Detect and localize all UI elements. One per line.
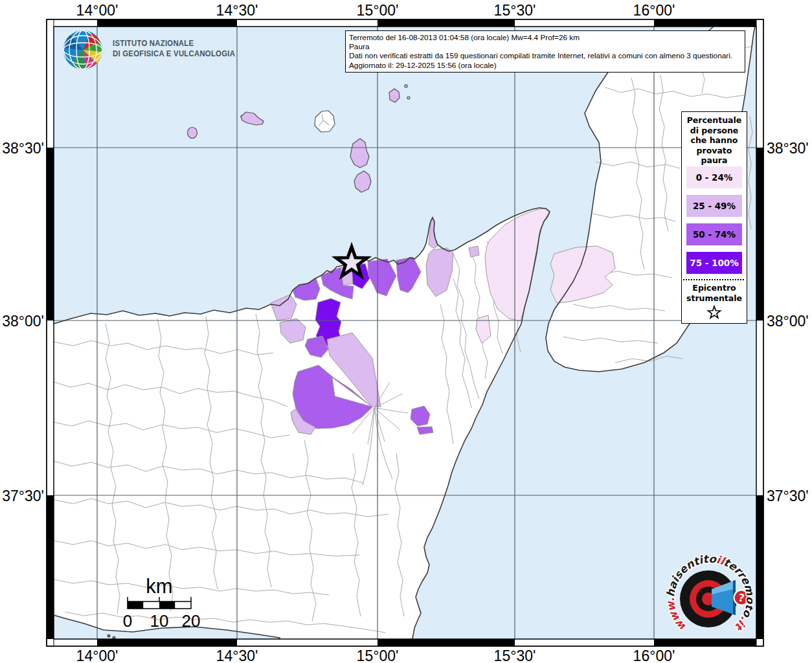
ingv-line2: DI GEOFISICA E VULCANOLOGIA [113, 49, 235, 59]
axis-bottom-14-30: 14°30' [198, 647, 276, 663]
scale-bar-unit: km [146, 575, 172, 598]
axis-right-38-30: 38°30' [767, 140, 812, 157]
svg-text:25 - 49%: 25 - 49% [693, 201, 736, 211]
legend-swatch-50-74: 50 - 74% [686, 223, 742, 245]
svg-text:0 - 24%: 0 - 24% [696, 172, 733, 183]
axis-right-37-30: 37°30' [767, 488, 812, 505]
legend-separator [683, 279, 744, 280]
axis-left-38-00: 38°00' [0, 313, 44, 330]
axis-top-15-30: 15°30' [476, 2, 554, 19]
axis-top-16-00: 16°00' [615, 2, 693, 19]
legend-swatch-0-24: 0 - 24% [686, 166, 742, 188]
legend-swatch-75-100: 75 - 100% [686, 252, 742, 274]
event-title: Terremoto del 16-08-2013 01:04:58 (ora l… [349, 33, 745, 42]
site-logo-graphic: ? www.haisentitoilterremoto.it [664, 553, 752, 641]
event-effect: Paura [349, 42, 745, 51]
scale-tick-10: 10 [150, 611, 169, 631]
axis-bottom-15-00: 15°00' [339, 647, 416, 663]
legend: Percentuale di persone che hanno provato… [681, 111, 747, 324]
legend-epicenter-label: Epicentro strumentale [682, 283, 747, 303]
site-logo: ? www.haisentitoilterremoto.it [664, 553, 752, 641]
scale-tick-0: 0 [123, 611, 132, 631]
epicenter-star-icon [705, 304, 724, 322]
map-page: km 0 10 20 14°00' 14°30' 15°00' 15°30' 1… [0, 0, 812, 663]
scale-tick-20: 20 [182, 611, 201, 631]
axis-bottom-16-00: 16°00' [615, 647, 693, 663]
ingv-logo-text: ISTITUTO NAZIONALE DI GEOFISICA E VULCAN… [113, 38, 235, 58]
event-data-note: Dati non verificati estratti da 159 ques… [349, 51, 745, 60]
event-info-box: Terremoto del 16-08-2013 01:04:58 (ora l… [345, 30, 745, 73]
axis-top-14-00: 14°00' [58, 2, 136, 19]
svg-text:75 - 100%: 75 - 100% [690, 258, 739, 268]
axis-bottom-14-00: 14°00' [58, 647, 136, 663]
ingv-logo: ISTITUTO NAZIONALE DI GEOFISICA E VULCAN… [62, 28, 231, 71]
axis-right-38-00: 38°00' [767, 313, 812, 330]
legend-title: Percentuale di persone che hanno provato… [682, 115, 747, 166]
svg-text:50 - 74%: 50 - 74% [693, 229, 736, 240]
legend-swatch-25-49: 25 - 49% [686, 195, 742, 217]
axis-bottom-15-30: 15°30' [476, 647, 554, 663]
axis-left-38-30: 38°30' [0, 140, 44, 157]
ingv-globe-icon [62, 28, 105, 71]
axis-left-37-30: 37°30' [0, 488, 44, 505]
event-updated: Aggiornato il: 29-12-2025 15:56 (ora loc… [349, 61, 745, 70]
axis-top-15-00: 15°00' [339, 2, 416, 19]
axis-top-14-30: 14°30' [198, 2, 276, 19]
ingv-line1: ISTITUTO NAZIONALE [113, 38, 235, 49]
